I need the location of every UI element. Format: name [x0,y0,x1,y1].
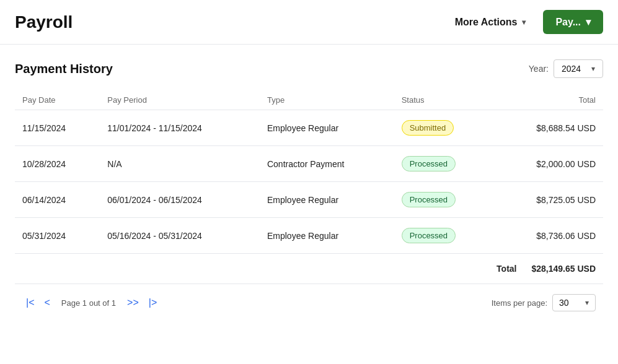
items-per-page-section: Items per page: 30 ▾ [492,294,596,311]
cell-pay-date: 11/15/2024 [15,110,100,146]
last-page-button[interactable]: |> [145,295,161,311]
cell-pay-date: 05/31/2024 [15,218,100,254]
col-total: Total [495,90,603,110]
year-dropdown-button[interactable]: 2024 ▾ [554,59,603,78]
status-badge: Processed [402,156,456,171]
header-actions: More Actions ▾ Pay... ▾ [445,10,603,34]
year-value: 2024 [562,64,581,74]
page-info: Page 1 out of 1 [61,298,116,308]
table-total-row: Total $28,149.65 USD [15,254,603,284]
items-per-page-value: 30 [559,298,569,308]
year-label: Year: [529,64,549,74]
chevron-down-icon: ▾ [585,298,589,307]
cell-total: $8,736.06 USD [495,218,603,254]
table-row: 11/15/2024 11/01/2024 - 11/15/2024 Emplo… [15,110,603,146]
section-header: Payment History Year: 2024 ▾ [15,59,603,78]
cell-pay-period: 06/01/2024 - 06/15/2024 [100,182,260,218]
prev-page-button[interactable]: < [41,295,54,311]
chevron-down-icon: ▾ [522,18,526,27]
cell-pay-date: 10/28/2024 [15,146,100,182]
year-selector: Year: 2024 ▾ [529,59,603,78]
cell-pay-period: 11/01/2024 - 11/15/2024 [100,110,260,146]
pay-button-label: Pay... [555,17,581,28]
cell-type: Employee Regular [260,110,394,146]
col-type: Type [260,90,394,110]
chevron-down-icon: ▾ [586,16,591,28]
main-content: Payment History Year: 2024 ▾ Pay Date Pa… [0,45,618,326]
cell-type: Employee Regular [260,182,394,218]
cell-total: $8,725.05 USD [495,182,603,218]
col-status: Status [394,90,495,110]
status-badge: Submitted [402,120,454,136]
cell-total: $2,000.00 USD [495,146,603,182]
col-pay-date: Pay Date [15,90,100,110]
cell-pay-date: 06/14/2024 [15,182,100,218]
cell-pay-period: 05/16/2024 - 05/31/2024 [100,218,260,254]
pay-button[interactable]: Pay... ▾ [543,10,603,34]
pagination-controls: |< < Page 1 out of 1 >> |> [22,295,161,311]
cell-status: Processed [394,182,495,218]
cell-type: Contractor Payment [260,146,394,182]
payment-history-table: Pay Date Pay Period Type Status Total 11… [15,90,603,254]
cell-total: $8,688.54 USD [495,110,603,146]
table-header-row: Pay Date Pay Period Type Status Total [15,90,603,110]
page-header: Payroll More Actions ▾ Pay... ▾ [0,0,618,45]
items-per-page-label: Items per page: [492,298,547,308]
section-title: Payment History [15,62,113,76]
total-value: $28,149.65 USD [531,264,596,274]
pagination-row: |< < Page 1 out of 1 >> |> Items per pag… [15,284,603,311]
more-actions-button[interactable]: More Actions ▾ [445,11,536,34]
total-label: Total [497,264,516,274]
first-page-button[interactable]: |< [22,295,38,311]
page-title: Payroll [15,12,73,32]
status-badge: Processed [402,192,456,207]
table-row: 05/31/2024 05/16/2024 - 05/31/2024 Emplo… [15,218,603,254]
table-row: 10/28/2024 N/A Contractor Payment Proces… [15,146,603,182]
col-pay-period: Pay Period [100,90,260,110]
cell-pay-period: N/A [100,146,260,182]
cell-type: Employee Regular [260,218,394,254]
next-page-button[interactable]: >> [123,295,143,311]
table-row: 06/14/2024 06/01/2024 - 06/15/2024 Emplo… [15,182,603,218]
cell-status: Processed [394,146,495,182]
items-per-page-dropdown[interactable]: 30 ▾ [552,294,596,311]
more-actions-label: More Actions [455,17,518,28]
status-badge: Processed [402,228,456,243]
chevron-down-icon: ▾ [591,64,595,73]
cell-status: Processed [394,218,495,254]
cell-status: Submitted [394,110,495,146]
